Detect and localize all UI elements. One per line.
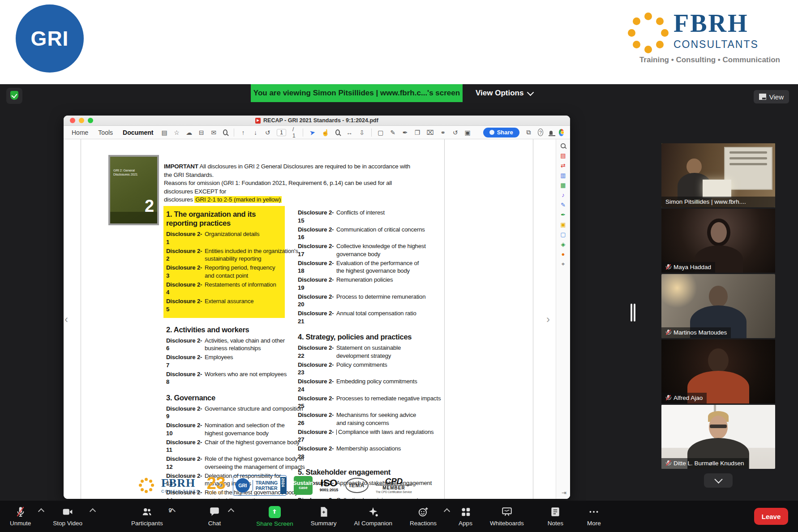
chevron-up-icon[interactable] — [444, 508, 450, 515]
fit-width-icon[interactable] — [346, 129, 352, 136]
chat-icon — [209, 506, 220, 518]
stop-video-button[interactable]: Stop Video — [50, 506, 90, 527]
history-back-icon[interactable] — [265, 129, 270, 136]
section-title: 1. The organization and its reporting pr… — [166, 210, 278, 227]
whiteboards-button[interactable]: Whiteboards — [487, 506, 527, 527]
disclosure-desc: Remuneration policies — [336, 276, 446, 284]
toolbar-divider — [234, 129, 234, 137]
highlighter-icon[interactable] — [390, 129, 396, 136]
chevron-up-icon[interactable] — [228, 508, 234, 515]
gri-standard-cover-image: GRI 2: General Disclosures 2021 2 — [108, 155, 159, 225]
menu-tools[interactable]: Tools — [96, 128, 115, 137]
collapse-panel-button[interactable] — [704, 473, 733, 488]
disclosure-term: Disclosure 2-6 — [166, 337, 205, 352]
rotate-icon[interactable] — [452, 129, 458, 136]
menu-document[interactable]: Document — [121, 128, 155, 137]
video-tile-simon[interactable]: Simon Pitsillides | www.fbrh.... — [661, 143, 775, 207]
cast-icon[interactable] — [526, 129, 532, 136]
star-icon[interactable] — [174, 129, 180, 136]
notifications-bell-icon[interactable] — [549, 131, 553, 135]
apps-button[interactable]: Apps — [456, 506, 475, 527]
cloud-upload-icon[interactable] — [186, 129, 192, 136]
sustain-line2: case — [299, 485, 307, 490]
view-grid-icon — [759, 94, 766, 100]
view-options-label: View Options — [476, 89, 523, 98]
delete-icon[interactable] — [427, 129, 434, 136]
comment-icon[interactable] — [378, 129, 383, 136]
page-number-input[interactable]: 1 — [277, 129, 286, 136]
disclosure-desc: governance body — [336, 250, 446, 258]
zoom-in-icon[interactable] — [335, 129, 340, 135]
ai-companion-button[interactable]: AI Companion — [352, 506, 395, 527]
fbrh-subtitle: CONSULTANTS — [674, 39, 759, 51]
participant-name-tag: Martinos Martoudes — [661, 327, 731, 338]
video-tile-ditte[interactable]: Ditte L. Burmølle Knudsen — [661, 405, 775, 469]
email-icon[interactable] — [210, 129, 216, 136]
more-button[interactable]: More — [584, 506, 604, 527]
disclosure-desc: Statement on sustainable — [336, 344, 446, 352]
share-button[interactable]: Share — [483, 128, 519, 137]
view-button[interactable]: View — [754, 90, 789, 103]
menu-home[interactable]: Home — [70, 128, 90, 137]
window-controls[interactable] — [70, 118, 93, 123]
pdf-content-area[interactable]: ‹ › ▤ ⇄ ▥ ▦ ♪ ✎ ✒ ▣ ▢ ◈ ● ⌖ ⇥ GRI 2: Gen — [64, 139, 570, 499]
mic-muted-icon — [15, 506, 26, 518]
chrome-icon[interactable] — [559, 129, 564, 136]
disclosure-term: Disclosure 2-2 — [166, 247, 205, 263]
summary-button[interactable]: Summary — [308, 506, 339, 527]
disclosure-row: Disclosure 2-22Statement on sustainabled… — [298, 344, 446, 360]
unmute-button[interactable]: Unmute — [7, 506, 38, 527]
disclosure-term: Disclosure 2-27 — [298, 428, 336, 444]
iso-logo: ISO 9001:2015 — [320, 479, 338, 492]
disclosure-term: Disclosure 2-5 — [166, 297, 205, 313]
important-note: IMPORTANT All disclosures in GRI 2 Gener… — [164, 163, 415, 204]
notes-button[interactable]: Notes — [545, 506, 566, 527]
minimize-window-icon[interactable] — [79, 118, 84, 123]
view-options-button[interactable]: View Options — [469, 84, 539, 102]
extract-page-icon[interactable] — [464, 129, 470, 136]
sign-icon[interactable] — [402, 129, 408, 136]
select-cursor-icon[interactable]: ➤ — [309, 128, 316, 137]
security-shield-icon[interactable] — [6, 88, 22, 104]
help-icon[interactable]: ? — [538, 129, 543, 136]
chat-button[interactable]: Chat — [206, 506, 228, 527]
disclosure-term: Disclosure 2-7 — [166, 353, 205, 369]
reactions-button[interactable]: Reactions — [407, 506, 444, 527]
cover-title: GRI 2: General Disclosures 2021 — [113, 168, 149, 176]
maximize-window-icon[interactable] — [88, 118, 93, 123]
print-icon[interactable] — [198, 129, 204, 136]
reactions-icon — [417, 506, 429, 518]
disclosure-desc: Role of the highest governance body in — [205, 455, 305, 463]
disclosure-term: Disclosure 2-11 — [166, 438, 205, 454]
disclosure-row: Disclosure 2-28Membership associations — [298, 445, 446, 460]
disclosure-desc: Reporting period, frequency — [205, 264, 281, 272]
disclosure-desc: the highest governance body — [336, 267, 446, 275]
panel-resize-handle[interactable] — [631, 304, 635, 322]
leave-button[interactable]: Leave — [754, 508, 788, 525]
chevron-up-icon[interactable] — [38, 508, 44, 515]
stamp-icon[interactable] — [414, 129, 420, 136]
disclosure-row: Disclosure 2-19Remuneration policies — [298, 276, 446, 292]
pdf-titlebar[interactable]: RECAP - GRI 2021 Standards - 9:1:2024.pd… — [64, 116, 570, 126]
participants-button[interactable]: 9 Participants — [129, 506, 173, 527]
participant-name: Simon Pitsillides | www.fbrh.... — [665, 198, 746, 205]
disclosure-row: Disclosure 2-6Activities, value chain an… — [166, 337, 293, 352]
video-tile-martinos[interactable]: Martinos Martoudes — [661, 274, 775, 338]
search-icon[interactable] — [223, 129, 227, 135]
video-tile-maya[interactable]: Maya Haddad — [661, 209, 775, 273]
link-icon[interactable] — [440, 129, 446, 136]
download-page-icon[interactable] — [359, 129, 365, 136]
hand-tool-icon[interactable] — [322, 129, 329, 136]
whiteboards-label: Whiteboards — [490, 520, 524, 527]
disclosure-desc: development strategy — [336, 352, 446, 360]
participant-name-tag: Alfred Ajao — [661, 393, 707, 403]
page-up-icon[interactable] — [240, 129, 246, 136]
page-down-icon[interactable] — [253, 129, 258, 136]
share-screen-button[interactable]: Share Screen — [253, 506, 296, 527]
disclosure-term: Disclosure 2-12 — [166, 455, 205, 471]
chevron-up-icon[interactable] — [90, 508, 96, 515]
save-icon[interactable] — [162, 129, 167, 136]
close-window-icon[interactable] — [70, 118, 75, 123]
video-tile-alfred[interactable]: Alfred Ajao — [661, 339, 775, 403]
unmute-label: Unmute — [10, 520, 31, 527]
